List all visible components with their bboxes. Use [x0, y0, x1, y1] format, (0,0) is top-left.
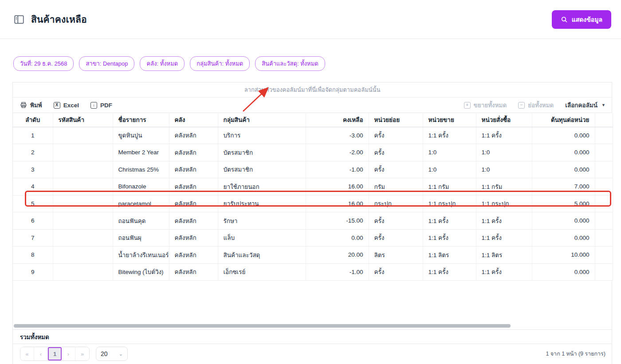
filter-chip-branch[interactable]: สาขา: Dentapop — [79, 56, 134, 71]
horizontal-scrollbar[interactable] — [14, 324, 511, 328]
cell-sell_unit: 1:1 ครั้ง — [423, 229, 476, 247]
cell-cost: 5.000 — [532, 195, 595, 212]
page-summary-text: 1 จาก 1 หน้า (9 รายการ) — [546, 349, 605, 358]
collapse-all-label: ย่อทั้งหมด — [528, 100, 554, 110]
cell-no: 2 — [13, 144, 53, 161]
page-size-value: 20 — [101, 350, 108, 357]
cell-sell_unit: 1:1 ลิตร — [423, 247, 476, 264]
column-header[interactable]: รหัสสินค้า — [53, 113, 113, 127]
cell-name: น้ำยาล้างรีเทนเนอร์ — [113, 247, 169, 264]
cell-filler — [595, 127, 613, 144]
cell-warehouse: คลังหลัก — [169, 144, 218, 161]
choose-columns-button[interactable]: เลือกคอลัมน์ ▼ — [565, 100, 605, 110]
collapse-all-button[interactable]: − ย่อทั้งหมด — [518, 100, 554, 110]
expand-all-button[interactable]: + ขยายทั้งหมด — [464, 100, 507, 110]
column-header[interactable]: หน่วยสั่งซื้อ — [476, 113, 532, 127]
page-title: สินค้าคงเหลือ — [31, 12, 87, 27]
cell-no: 5 — [13, 195, 53, 212]
cell-sell_unit: 1:1 ครั้ง — [423, 127, 476, 144]
cell-group: ยารับประทาน — [218, 195, 306, 212]
export-excel-button[interactable]: X Excel — [54, 102, 79, 109]
cell-group: ยาใช้ภายนอก — [218, 178, 306, 196]
filter-chip-date[interactable]: วันที่: 29 ธ.ค. 2568 — [13, 56, 74, 71]
cell-name: ถอนฟันคุด — [113, 212, 169, 230]
cell-filler — [595, 247, 613, 264]
grid-options-group: + ขยายทั้งหมด − ย่อทั้งหมด เลือกคอลัมน์ … — [464, 100, 605, 110]
column-header[interactable]: กลุ่มสินค้า — [218, 113, 306, 127]
table-row: 7ถอนฟันผุคลังหลักแล็บ0.00ครั้ง1:1 ครั้ง1… — [13, 229, 613, 247]
filter-chip-products-materials[interactable]: สินค้าและวัสดุ: ทั้งหมด — [255, 56, 325, 71]
column-header[interactable]: คลัง — [169, 113, 218, 127]
cell-filler — [595, 161, 613, 178]
cell-filler — [595, 212, 613, 230]
cell-sub_unit: ครั้ง — [369, 144, 423, 161]
chevron-down-icon: ▼ — [601, 103, 605, 107]
export-pdf-button[interactable]: ↓ PDF — [90, 102, 112, 109]
cell-order_unit: 1:0 — [476, 144, 532, 161]
filter-chip-warehouse[interactable]: คลัง: ทั้งหมด — [140, 56, 185, 71]
cell-code — [53, 229, 113, 247]
cell-name: Bitewing (ไบต์วิง) — [113, 263, 169, 281]
cell-cost: 0.000 — [532, 229, 595, 247]
cell-sub_unit: ครั้ง — [369, 263, 423, 281]
cell-group: เอ็กซเรย์ — [218, 263, 306, 281]
print-button[interactable]: พิมพ์ — [20, 100, 42, 110]
data-grid-card: ลากส่วนหัวของคอลัมน์มาที่นี่เพื่อจัดกลุ่… — [12, 82, 612, 364]
cell-order_unit: 1:1 ครั้ง — [476, 127, 532, 144]
first-page-button[interactable]: « — [20, 347, 34, 360]
group-by-panel[interactable]: ลากส่วนหัวของคอลัมน์มาที่นี่เพื่อจัดกลุ่… — [13, 82, 612, 98]
column-header[interactable]: ลำดับ — [13, 113, 53, 127]
next-page-button[interactable]: › — [62, 347, 75, 360]
current-page-button[interactable]: 1 — [48, 347, 62, 360]
pagination: « ‹ 1 › » — [20, 347, 90, 361]
cell-no: 6 — [13, 212, 53, 230]
cell-code — [53, 144, 113, 161]
cell-warehouse: คลังหลัก — [169, 127, 218, 144]
cell-group: แล็บ — [218, 229, 306, 247]
column-header[interactable]: หน่วยย่อย — [369, 113, 423, 127]
cell-warehouse: คลังหลัก — [169, 212, 218, 230]
column-header[interactable]: ต้นทุนต่อหน่วย — [532, 113, 595, 127]
search-icon — [561, 16, 568, 23]
last-page-button[interactable]: » — [75, 347, 89, 360]
grid-empty-area — [13, 281, 612, 323]
filter-chip-row: วันที่: 29 ธ.ค. 2568 สาขา: Dentapop คลัง… — [13, 56, 621, 71]
page-size-select[interactable]: 20 ⌄ — [96, 347, 128, 361]
table-header-row: ลำดับรหัสสินค้าชื่อรายการคลังกลุ่มสินค้า… — [13, 113, 613, 127]
cell-cost: 0.000 — [532, 263, 595, 281]
column-header[interactable]: คงเหลือ — [306, 113, 369, 127]
cell-warehouse: คลังหลัก — [169, 263, 218, 281]
grand-total-label: รวมทั้งหมด — [20, 332, 49, 342]
cell-remaining: -3.00 — [306, 127, 369, 144]
column-header[interactable]: หน่วยขาย — [423, 113, 476, 127]
cell-warehouse: คลังหลัก — [169, 161, 218, 178]
cell-warehouse: คลังหลัก — [169, 247, 218, 264]
column-header[interactable]: ชื่อรายการ — [113, 113, 169, 127]
cell-warehouse: คลังหลัก — [169, 229, 218, 247]
cell-sell_unit: 1:1 ครั้ง — [423, 212, 476, 230]
sidebar-toggle-icon[interactable] — [13, 14, 25, 25]
cell-order_unit: 1:1 ครั้ง — [476, 229, 532, 247]
show-data-button[interactable]: แสดงข้อมูล — [552, 10, 611, 29]
cell-code — [53, 195, 113, 212]
cell-name: Christmas 25% — [113, 161, 169, 178]
cell-code — [53, 247, 113, 264]
table-row: 4Bifonazoleคลังหลักยาใช้ภายนอก16.00กรัม1… — [13, 178, 613, 196]
previous-page-button[interactable]: ‹ — [34, 347, 48, 360]
column-header-filler — [595, 113, 613, 127]
pdf-icon: ↓ — [90, 102, 97, 109]
group-by-hint-text: ลากส่วนหัวของคอลัมน์มาที่นี่เพื่อจัดกลุ่… — [244, 85, 381, 94]
cell-warehouse: คลังหลัก — [169, 195, 218, 212]
cell-name: Member 2 Year — [113, 144, 169, 161]
cell-order_unit: 1:0 — [476, 161, 532, 178]
cell-sub_unit: ครั้ง — [369, 127, 423, 144]
cell-warehouse: คลังหลัก — [169, 178, 218, 196]
filter-chip-product-group[interactable]: กลุ่มสินค้า: ทั้งหมด — [190, 56, 250, 71]
cell-order_unit: 1:1 ครั้ง — [476, 263, 532, 281]
chevron-down-icon: ⌄ — [119, 351, 123, 357]
cell-sub_unit: ครั้ง — [369, 229, 423, 247]
cell-sell_unit: 1:1 กระปุก — [423, 195, 476, 212]
cell-no: 3 — [13, 161, 53, 178]
table-row: 2Member 2 Yearคลังหลักบัตรสมาชิก-2.00ครั… — [13, 144, 613, 161]
cell-name: ขูดหินปูน — [113, 127, 169, 144]
